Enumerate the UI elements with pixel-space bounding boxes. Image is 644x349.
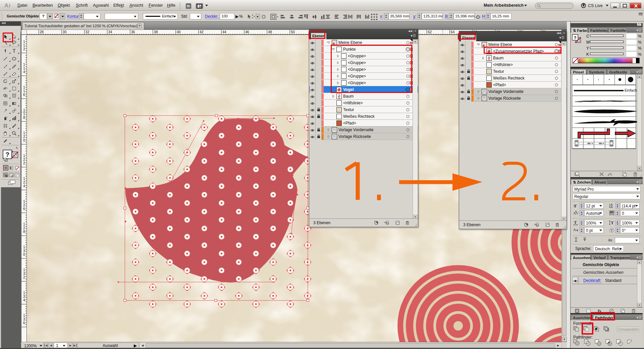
svg-text:2: 2 <box>23 47 25 51</box>
svg-text:T: T <box>611 220 614 225</box>
svg-text:A: A <box>573 228 576 232</box>
svg-text:A: A <box>610 205 613 208</box>
svg-text:T: T <box>611 229 613 232</box>
svg-text:4: 4 <box>23 70 25 74</box>
svg-text:a: a <box>576 228 577 232</box>
svg-text:4: 4 <box>23 298 25 302</box>
svg-text:32: 32 <box>86 30 90 34</box>
svg-text:48: 48 <box>268 30 272 34</box>
svg-text:38: 38 <box>154 30 158 34</box>
svg-text:50: 50 <box>291 30 295 34</box>
svg-text:4: 4 <box>23 184 25 188</box>
svg-text:T: T <box>573 205 575 208</box>
svg-text:?: ? <box>5 151 9 158</box>
svg-text:34: 34 <box>108 30 112 34</box>
svg-text:T: T <box>574 220 577 225</box>
svg-text:6: 6 <box>23 321 25 325</box>
svg-text:44: 44 <box>222 30 226 34</box>
svg-text:28: 28 <box>40 30 44 34</box>
svg-text:AV: AV <box>609 210 614 214</box>
svg-text:6: 6 <box>23 93 25 97</box>
svg-text:36: 36 <box>131 30 135 34</box>
svg-text:64: 64 <box>451 30 455 34</box>
svg-text:2: 2 <box>23 161 25 165</box>
svg-text:40: 40 <box>177 30 181 34</box>
svg-text:46: 46 <box>245 30 249 34</box>
svg-text:2: 2 <box>23 275 25 279</box>
svg-text:6: 6 <box>23 207 25 211</box>
svg-text:30: 30 <box>63 30 67 34</box>
svg-text:62: 62 <box>428 30 432 34</box>
svg-text:8: 8 <box>23 230 25 234</box>
svg-text:?: ? <box>574 35 577 40</box>
svg-text:42: 42 <box>200 30 204 34</box>
svg-text:8: 8 <box>23 115 25 119</box>
svg-text:0: 0 <box>23 138 25 142</box>
svg-text:0: 0 <box>23 252 25 256</box>
svg-text:T: T <box>13 48 16 53</box>
